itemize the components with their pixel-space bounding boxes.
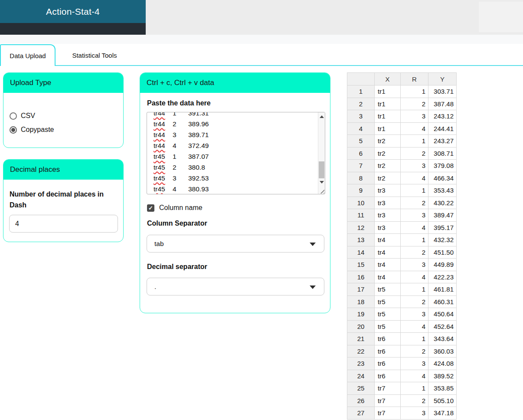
data-cell[interactable]: tr2 <box>375 135 401 148</box>
data-cell[interactable]: 4 <box>401 221 428 234</box>
data-cell[interactable]: 303.71 <box>428 85 457 98</box>
textarea-scrollbar[interactable] <box>318 112 325 194</box>
row-index-cell: 14 <box>347 246 375 259</box>
data-cell[interactable]: 4 <box>401 320 428 333</box>
data-cell[interactable]: 379.08 <box>428 160 457 172</box>
data-cell[interactable]: tr4 <box>375 259 401 271</box>
data-cell[interactable]: 1 <box>401 382 428 395</box>
decimal-places-input[interactable] <box>9 215 118 233</box>
data-cell[interactable]: tr3 <box>375 197 401 209</box>
data-cell[interactable]: 2 <box>401 345 428 358</box>
data-cell[interactable]: 353.85 <box>428 382 457 395</box>
table-row: 23tr63424.08 <box>347 358 457 370</box>
data-cell[interactable]: tr4 <box>375 246 401 259</box>
data-cell[interactable]: tr6 <box>375 333 401 345</box>
scroll-up-icon[interactable] <box>318 113 325 120</box>
column-name-checkbox[interactable]: ✓ <box>147 204 154 212</box>
data-cell[interactable]: tr1 <box>375 85 401 98</box>
data-cell[interactable]: tr2 <box>375 160 401 172</box>
data-cell[interactable]: 244.41 <box>428 122 457 135</box>
data-cell[interactable]: tr3 <box>375 209 401 222</box>
row-index-cell: 15 <box>347 259 375 271</box>
data-cell[interactable]: 1 <box>401 184 428 197</box>
data-cell[interactable]: 450.64 <box>428 308 457 321</box>
data-cell[interactable]: tr2 <box>375 147 401 160</box>
data-cell[interactable]: 1 <box>401 234 428 246</box>
data-cell[interactable]: tr6 <box>375 358 401 370</box>
data-cell[interactable]: 2 <box>401 394 428 407</box>
data-cell[interactable]: 4 <box>401 172 428 184</box>
data-cell[interactable]: tr6 <box>375 370 401 382</box>
data-cell[interactable]: 2 <box>401 98 428 110</box>
data-cell[interactable]: tr7 <box>375 382 401 395</box>
radio-button[interactable] <box>10 112 17 120</box>
data-cell[interactable]: 466.34 <box>428 172 457 184</box>
data-cell[interactable]: 395.17 <box>428 221 457 234</box>
data-cell[interactable]: 4 <box>401 271 428 283</box>
data-cell[interactable]: 347.18 <box>428 407 457 420</box>
data-cell[interactable]: 360.03 <box>428 345 457 358</box>
data-cell[interactable]: tr7 <box>375 394 401 407</box>
data-cell[interactable]: 353.43 <box>428 184 457 197</box>
data-cell[interactable]: 1 <box>401 85 428 98</box>
data-cell[interactable]: 3 <box>401 308 428 321</box>
data-cell[interactable]: 4 <box>401 122 428 135</box>
data-cell[interactable]: 460.31 <box>428 295 457 308</box>
data-cell[interactable]: 3 <box>401 407 428 420</box>
data-cell[interactable]: 1 <box>401 333 428 345</box>
decimal-separator-dropdown[interactable]: . <box>147 278 324 295</box>
radio-button[interactable] <box>10 126 17 134</box>
data-cell[interactable]: 449.89 <box>428 259 457 271</box>
tab-data-upload[interactable]: Data Upload <box>0 44 56 66</box>
data-cell[interactable]: 1 <box>401 283 428 296</box>
data-cell[interactable]: tr5 <box>375 308 401 321</box>
data-cell[interactable]: 3 <box>401 259 428 271</box>
data-cell[interactable]: tr6 <box>375 345 401 358</box>
radio-option-csv[interactable]: CSV <box>10 112 123 120</box>
data-cell[interactable]: 3 <box>401 209 428 222</box>
data-cell[interactable]: 2 <box>401 246 428 259</box>
data-cell[interactable]: 343.64 <box>428 333 457 345</box>
data-cell[interactable]: 387.48 <box>428 98 457 110</box>
data-cell[interactable]: 2 <box>401 147 428 160</box>
data-cell[interactable]: 243.27 <box>428 135 457 148</box>
data-cell[interactable]: 452.64 <box>428 320 457 333</box>
data-cell[interactable]: 3 <box>401 160 428 172</box>
column-separator-dropdown[interactable]: tab <box>147 235 324 253</box>
data-cell[interactable]: tr2 <box>375 172 401 184</box>
data-cell[interactable]: 451.50 <box>428 246 457 259</box>
data-cell[interactable]: 3 <box>401 110 428 123</box>
data-cell[interactable]: 422.23 <box>428 271 457 283</box>
data-cell[interactable]: 389.52 <box>428 370 457 382</box>
data-cell[interactable]: tr1 <box>375 110 401 123</box>
data-cell[interactable]: 505.10 <box>428 394 457 407</box>
data-cell[interactable]: 3 <box>401 358 428 370</box>
tab-statistical-tools[interactable]: Statistical Tools <box>56 45 133 66</box>
data-cell[interactable]: tr4 <box>375 271 401 283</box>
data-cell[interactable]: tr1 <box>375 122 401 135</box>
data-cell[interactable]: 308.71 <box>428 147 457 160</box>
data-cell[interactable]: tr5 <box>375 320 401 333</box>
scrollbar-thumb[interactable] <box>319 161 324 178</box>
data-cell[interactable]: 4 <box>401 370 428 382</box>
data-cell[interactable]: 2 <box>401 197 428 209</box>
column-name-row[interactable]: ✓ Column name <box>147 204 203 212</box>
scroll-down-icon[interactable] <box>318 179 325 186</box>
paste-data-textarea[interactable]: tr441391.31tr442389.96tr443389.71tr44437… <box>147 112 325 194</box>
radio-option-copypaste[interactable]: Copypaste <box>10 126 123 134</box>
data-cell[interactable]: 461.81 <box>428 283 457 296</box>
data-cell[interactable]: tr3 <box>375 184 401 197</box>
data-cell[interactable]: tr4 <box>375 234 401 246</box>
data-cell[interactable]: 389.47 <box>428 209 457 222</box>
data-cell[interactable]: tr5 <box>375 295 401 308</box>
data-cell[interactable]: 2 <box>401 295 428 308</box>
data-cell[interactable]: tr5 <box>375 283 401 296</box>
data-cell[interactable]: 432.32 <box>428 234 457 246</box>
data-cell[interactable]: 424.08 <box>428 358 457 370</box>
data-cell[interactable]: 1 <box>401 135 428 148</box>
data-cell[interactable]: 430.22 <box>428 197 457 209</box>
data-cell[interactable]: tr3 <box>375 221 401 234</box>
data-cell[interactable]: tr7 <box>375 407 401 420</box>
data-cell[interactable]: tr1 <box>375 98 401 110</box>
data-cell[interactable]: 243.12 <box>428 110 457 123</box>
